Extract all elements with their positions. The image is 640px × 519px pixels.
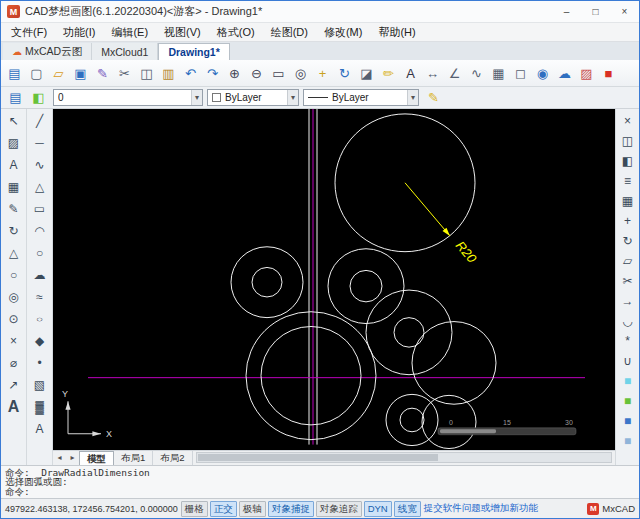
regen-icon[interactable]: ↻ <box>334 63 355 84</box>
color-select[interactable]: ByLayer ▾ <box>207 89 299 106</box>
redo-icon[interactable]: ↷ <box>202 63 223 84</box>
color-swatch-steel-icon[interactable]: ■ <box>618 431 637 450</box>
layer-properties-icon[interactable]: ▤ <box>5 87 26 108</box>
angle-measure-icon[interactable]: ∠ <box>444 63 465 84</box>
color-swatch-green-icon[interactable]: ■ <box>618 391 637 410</box>
erase-icon[interactable]: × <box>618 111 637 130</box>
hatch-icon[interactable]: ▨ <box>4 133 24 153</box>
circle-entity[interactable] <box>252 267 282 297</box>
save-as-icon[interactable]: ✎ <box>92 63 113 84</box>
select-icon[interactable]: ↖ <box>4 111 24 131</box>
cad-drawing[interactable]: R20YX01530 <box>53 109 615 450</box>
erase-icon[interactable]: ◪ <box>356 63 377 84</box>
status-toggle[interactable]: 线宽 <box>394 501 421 517</box>
circle-icon[interactable]: ○ <box>30 243 50 263</box>
move-icon[interactable]: + <box>618 211 637 230</box>
cut-icon[interactable]: ✂ <box>114 63 135 84</box>
app-logo-icon[interactable]: ■ <box>598 63 619 84</box>
circle-icon[interactable]: ○ <box>4 265 24 285</box>
minimize-button[interactable]: – <box>552 1 581 22</box>
trim-icon[interactable]: ✂ <box>618 271 637 290</box>
zoom-extents-icon[interactable]: ◎ <box>290 63 311 84</box>
circle-entity[interactable] <box>231 247 303 318</box>
layer-select[interactable]: 0 ▾ <box>53 89 203 106</box>
line-icon[interactable]: ╱ <box>30 111 50 131</box>
zoom-in-icon[interactable]: ⊕ <box>224 63 245 84</box>
circle-entity[interactable] <box>246 312 376 440</box>
offset-icon[interactable]: ≡ <box>618 171 637 190</box>
layout-tab[interactable]: 模型 <box>79 451 114 465</box>
save-file-icon[interactable]: ▣ <box>70 63 91 84</box>
spline-icon[interactable]: ≈ <box>30 287 50 307</box>
mirror-icon[interactable]: ◧ <box>618 151 637 170</box>
menu-item[interactable]: 功能(I) <box>55 23 103 41</box>
menu-item[interactable]: 视图(V) <box>156 23 209 41</box>
layout-scrollbar[interactable] <box>196 452 612 463</box>
web-icon[interactable]: ◉ <box>532 63 553 84</box>
fillet-icon[interactable]: ◡ <box>618 311 637 330</box>
circle-entity[interactable] <box>412 322 496 405</box>
diameter-icon[interactable]: ⌀ <box>4 353 24 373</box>
radius-dimension-label[interactable]: R20 <box>453 238 480 266</box>
explode-icon[interactable]: * <box>618 331 637 350</box>
circle-entity[interactable] <box>386 394 438 445</box>
text-style-icon[interactable]: A <box>4 155 24 175</box>
menu-item[interactable]: 文件(F) <box>3 23 55 41</box>
undo-icon[interactable]: ↶ <box>180 63 201 84</box>
doc-tab[interactable]: ☁MxCAD云图 <box>3 43 92 60</box>
cloud-icon[interactable]: ☁ <box>554 63 575 84</box>
doc-tab[interactable]: Drawing1* <box>158 43 229 60</box>
circle-entity[interactable] <box>366 290 452 375</box>
revision-cloud-icon[interactable]: ☁ <box>30 265 50 285</box>
menu-item[interactable]: 帮助(H) <box>370 23 423 41</box>
color-swatch-blue-icon[interactable]: ■ <box>618 411 637 430</box>
point-icon[interactable]: ⊙ <box>4 309 24 329</box>
dimension-icon[interactable]: ↔ <box>422 63 443 84</box>
point-icon[interactable]: • <box>30 353 50 373</box>
circle-entity[interactable] <box>328 249 404 324</box>
extend-icon[interactable]: → <box>618 291 637 310</box>
layout-prev-arrow[interactable]: ◂ <box>53 453 66 462</box>
rotate-icon[interactable]: ↻ <box>618 231 637 250</box>
polyline-icon[interactable]: ∿ <box>30 155 50 175</box>
edit-icon[interactable]: ✎ <box>4 199 24 219</box>
layer-panel-icon[interactable]: ▤ <box>4 63 25 84</box>
circle-entity[interactable] <box>394 318 424 348</box>
pencil-icon[interactable]: ✏ <box>378 63 399 84</box>
circle-entity[interactable] <box>261 326 361 424</box>
text-icon[interactable]: A <box>400 63 421 84</box>
donut-icon[interactable]: ◎ <box>4 287 24 307</box>
doc-tab[interactable]: MxCloud1 <box>92 43 158 60</box>
ellipse-icon[interactable]: ○ <box>30 309 50 329</box>
layout-tab[interactable]: 布局1 <box>114 451 153 465</box>
scale-ruler[interactable]: 01530 <box>438 419 576 435</box>
status-toggle[interactable]: DYN <box>364 501 392 517</box>
status-toggle[interactable]: 极轴 <box>239 501 266 517</box>
mtext-icon[interactable]: A <box>30 419 50 439</box>
paste-icon[interactable]: ▥ <box>158 63 179 84</box>
menu-item[interactable]: 修改(M) <box>316 23 371 41</box>
close-button[interactable]: × <box>610 1 639 22</box>
polygon-icon[interactable]: △ <box>30 177 50 197</box>
leader-icon[interactable]: ↗ <box>4 375 24 395</box>
status-toggle[interactable]: 栅格 <box>181 501 208 517</box>
erase-icon[interactable]: × <box>4 331 24 351</box>
scale-icon[interactable]: ▱ <box>618 251 637 270</box>
command-line-area[interactable]: 命令: _DrawRadialDimension选择圆弧或圆:命令: <box>1 465 639 499</box>
join-icon[interactable]: ∪ <box>618 351 637 370</box>
zoom-window-icon[interactable]: ▭ <box>268 63 289 84</box>
image-icon[interactable]: ▨ <box>576 63 597 84</box>
scale-ruler-thumb[interactable] <box>440 429 496 433</box>
menu-item[interactable]: 绘图(D) <box>263 23 316 41</box>
layer-states-icon[interactable]: ◧ <box>28 87 49 108</box>
status-toggle[interactable]: 对象追踪 <box>316 501 362 517</box>
color-swatch-cyan-icon[interactable]: ■ <box>618 371 637 390</box>
layout-next-arrow[interactable]: ▸ <box>66 453 79 462</box>
status-toggle[interactable]: 对象捕捉 <box>268 501 314 517</box>
rectangle-icon[interactable]: ▭ <box>30 199 50 219</box>
pan-icon[interactable]: + <box>312 63 333 84</box>
hatch-icon[interactable]: ▧ <box>30 375 50 395</box>
arc-icon[interactable]: ◠ <box>30 221 50 241</box>
array-icon[interactable]: ▦ <box>618 191 637 210</box>
circle-entity[interactable] <box>350 270 382 301</box>
